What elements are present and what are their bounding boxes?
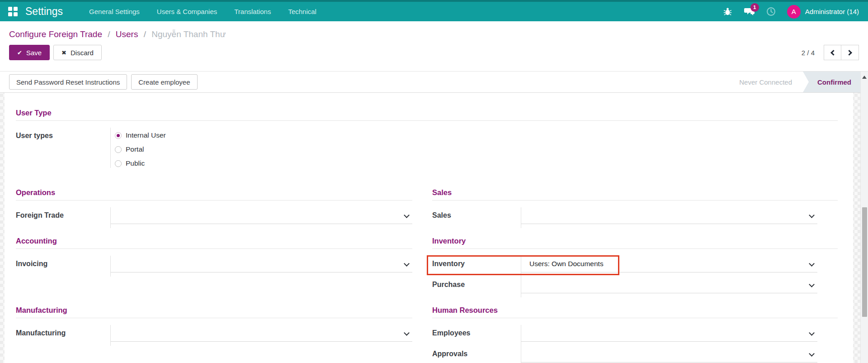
field-row-manufacturing: Manufacturing xyxy=(16,325,412,346)
activity-clock-icon[interactable] xyxy=(765,6,777,17)
group-human-resources: Human Resources Employees Approvals xyxy=(432,306,838,363)
discard-label: Discard xyxy=(71,49,94,57)
approvals-select[interactable] xyxy=(521,346,817,363)
chevron-left-icon xyxy=(830,50,836,56)
pager-value: 2 / 4 xyxy=(802,49,815,57)
form-sheet: User Type User types Internal User Porta… xyxy=(5,93,853,363)
invoicing-select[interactable] xyxy=(111,256,412,272)
chevron-down-icon xyxy=(404,261,410,267)
menu-general-settings[interactable]: General Settings xyxy=(82,4,147,19)
field-label-approvals: Approvals xyxy=(432,346,521,363)
debug-bug-icon[interactable] xyxy=(722,6,734,17)
scroll-up-arrow-icon[interactable] xyxy=(862,76,867,79)
group-inventory: Inventory Inventory Users: Own Documents… xyxy=(432,236,838,297)
menu-users-companies[interactable]: Users & Companies xyxy=(150,4,224,19)
pager-previous-button[interactable] xyxy=(824,45,841,60)
radio-internal-user[interactable]: Internal User xyxy=(115,131,838,140)
field-row-inventory: Inventory Users: Own Documents xyxy=(432,256,838,277)
apps-menu-icon[interactable] xyxy=(8,7,18,17)
topbar-right: 1 A Administrator (14) xyxy=(722,5,862,19)
foreign-trade-select[interactable] xyxy=(111,207,412,224)
stage-never-connected[interactable]: Never Connected xyxy=(728,72,803,92)
top-menu: General Settings Users & Companies Trans… xyxy=(82,4,324,19)
radio-button-icon[interactable] xyxy=(115,160,122,167)
section-title-inventory: Inventory xyxy=(432,236,838,249)
stage-confirmed[interactable]: Confirmed xyxy=(803,72,860,92)
menu-technical[interactable]: Technical xyxy=(281,4,324,19)
field-label-foreign-trade: Foreign Trade xyxy=(16,207,111,228)
messages-icon[interactable]: 1 xyxy=(744,6,755,17)
top-navbar: Settings General Settings Users & Compan… xyxy=(0,0,868,21)
group-accounting: Accounting Invoicing xyxy=(16,236,412,297)
status-stages: Never Connected Confirmed xyxy=(728,72,860,92)
pager-next-button[interactable] xyxy=(841,45,859,60)
field-row-employees: Employees xyxy=(432,325,838,346)
group-user-type: User Type User types Internal User Porta… xyxy=(16,108,838,168)
check-icon: ✔ xyxy=(17,49,22,56)
create-employee-button[interactable]: Create employee xyxy=(131,74,197,90)
breadcrumb-separator: / xyxy=(104,29,113,39)
radio-public[interactable]: Public xyxy=(115,159,838,168)
field-row-invoicing: Invoicing xyxy=(16,256,412,277)
field-label-purchase: Purchase xyxy=(432,277,521,297)
section-title-manufacturing: Manufacturing xyxy=(16,306,412,318)
chevron-right-icon xyxy=(846,50,852,56)
radio-portal[interactable]: Portal xyxy=(115,145,838,154)
discard-button[interactable]: ✖ Discard xyxy=(53,45,102,60)
sales-select[interactable] xyxy=(521,207,817,224)
field-label-sales: Sales xyxy=(432,207,521,228)
scrollbar-thumb[interactable] xyxy=(862,207,867,317)
form-view: Send Password Reset Instructions Create … xyxy=(0,72,860,363)
save-label: Save xyxy=(26,49,42,57)
field-label-invoicing: Invoicing xyxy=(16,256,111,277)
radio-button-icon[interactable] xyxy=(115,132,122,139)
breadcrumb-link-users[interactable]: Users xyxy=(116,29,138,39)
field-row-purchase: Purchase xyxy=(432,277,838,297)
chevron-down-icon xyxy=(809,212,815,218)
field-label-manufacturing: Manufacturing xyxy=(16,325,111,346)
radio-button-icon[interactable] xyxy=(115,146,122,153)
record-pager: 2 / 4 xyxy=(802,45,859,60)
breadcrumb-current-record: Nguyễn Thanh Thư xyxy=(151,29,226,39)
field-label-employees: Employees xyxy=(432,325,521,346)
actions-row: ✔ Save ✖ Discard 2 / 4 xyxy=(9,45,859,60)
section-title-accounting: Accounting xyxy=(16,236,412,249)
inventory-select[interactable]: Users: Own Documents xyxy=(521,256,817,272)
settings-groups-grid: Operations Foreign Trade Sales Sales xyxy=(16,188,838,363)
statusbar: Send Password Reset Instructions Create … xyxy=(0,72,860,93)
employees-select[interactable] xyxy=(521,325,817,342)
vertical-scrollbar[interactable] xyxy=(860,72,868,363)
chevron-down-icon xyxy=(809,330,815,336)
user-menu[interactable]: Administrator (14) xyxy=(805,8,862,15)
messages-badge: 1 xyxy=(750,3,759,12)
group-manufacturing: Manufacturing Manufacturing xyxy=(16,306,412,363)
chevron-down-icon xyxy=(404,212,410,218)
user-avatar[interactable]: A xyxy=(787,5,801,19)
breadcrumb-link-configure-foreign-trade[interactable]: Configure Foreign Trade xyxy=(9,29,102,39)
section-title-sales: Sales xyxy=(432,188,838,201)
section-title-human-resources: Human Resources xyxy=(432,306,838,318)
group-sales: Sales Sales xyxy=(432,188,838,228)
group-operations: Operations Foreign Trade xyxy=(16,188,412,228)
chevron-down-icon xyxy=(809,261,815,267)
chevron-down-icon xyxy=(809,351,815,357)
section-title-user-type: User Type xyxy=(16,108,838,121)
control-panel: Configure Foreign Trade / Users / Nguyễn… xyxy=(0,21,868,72)
purchase-select[interactable] xyxy=(521,277,817,293)
field-row-sales: Sales xyxy=(432,207,838,228)
send-password-reset-button[interactable]: Send Password Reset Instructions xyxy=(9,74,127,90)
cross-icon: ✖ xyxy=(61,49,66,56)
menu-translations[interactable]: Translations xyxy=(227,4,278,19)
field-row-foreign-trade: Foreign Trade xyxy=(16,207,412,228)
app-brand[interactable]: Settings xyxy=(25,5,63,18)
section-title-operations: Operations xyxy=(16,188,412,201)
field-label-inventory: Inventory xyxy=(432,256,521,277)
breadcrumb-separator: / xyxy=(141,29,149,39)
save-button[interactable]: ✔ Save xyxy=(9,45,50,60)
breadcrumb: Configure Foreign Trade / Users / Nguyễn… xyxy=(9,28,859,41)
field-row-approvals: Approvals xyxy=(432,346,838,363)
user-types-radio-group: Internal User Portal Public xyxy=(111,128,838,168)
manufacturing-select[interactable] xyxy=(111,325,412,342)
chevron-down-icon xyxy=(404,330,410,336)
chevron-down-icon xyxy=(809,282,815,287)
